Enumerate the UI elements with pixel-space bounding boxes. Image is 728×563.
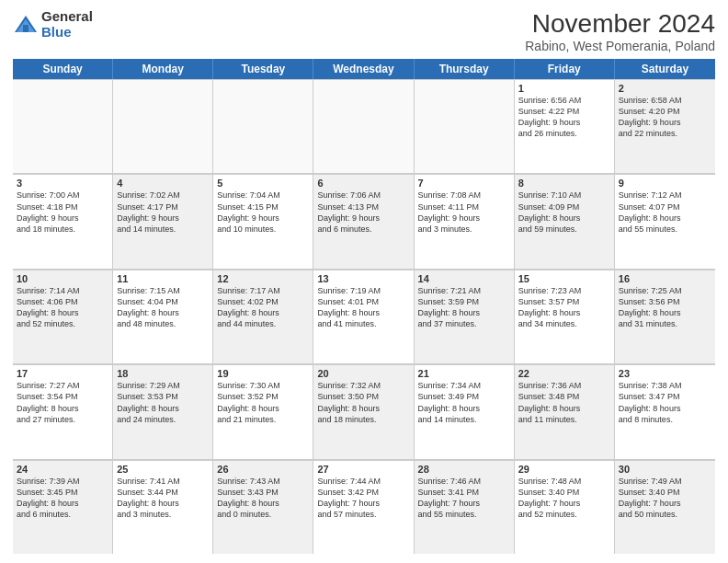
cal-cell-1-2: 5Sunrise: 7:04 AM Sunset: 4:15 PM Daylig… xyxy=(213,174,313,268)
location-title: Rabino, West Pomerania, Poland xyxy=(525,39,715,53)
day-number: 14 xyxy=(418,273,510,284)
header: General Blue November 2024 Rabino, West … xyxy=(13,9,715,53)
day-number: 30 xyxy=(619,464,711,475)
day-number: 24 xyxy=(17,464,108,475)
day-number: 1 xyxy=(518,83,610,94)
day-info: Sunrise: 7:39 AM Sunset: 3:45 PM Dayligh… xyxy=(17,476,108,521)
day-number: 15 xyxy=(518,273,610,284)
title-block: November 2024 Rabino, West Pomerania, Po… xyxy=(525,9,715,53)
cal-cell-1-6: 9Sunrise: 7:12 AM Sunset: 4:07 PM Daylig… xyxy=(615,174,715,268)
day-info: Sunrise: 7:32 AM Sunset: 3:50 PM Dayligh… xyxy=(317,380,409,425)
cal-cell-4-1: 25Sunrise: 7:41 AM Sunset: 3:44 PM Dayli… xyxy=(113,460,213,554)
cal-cell-1-0: 3Sunrise: 7:00 AM Sunset: 4:18 PM Daylig… xyxy=(13,174,113,268)
cal-header-tuesday: Tuesday xyxy=(213,59,313,79)
cal-cell-0-1 xyxy=(113,79,213,173)
cal-cell-0-5: 1Sunrise: 6:56 AM Sunset: 4:22 PM Daylig… xyxy=(515,79,615,173)
day-number: 21 xyxy=(418,368,510,379)
cal-cell-1-1: 4Sunrise: 7:02 AM Sunset: 4:17 PM Daylig… xyxy=(113,174,213,268)
cal-cell-2-4: 14Sunrise: 7:21 AM Sunset: 3:59 PM Dayli… xyxy=(415,270,515,363)
day-number: 6 xyxy=(317,178,409,189)
page: General Blue November 2024 Rabino, West … xyxy=(0,0,728,563)
day-info: Sunrise: 7:17 AM Sunset: 4:02 PM Dayligh… xyxy=(217,285,309,330)
cal-cell-3-2: 19Sunrise: 7:30 AM Sunset: 3:52 PM Dayli… xyxy=(213,364,313,458)
day-info: Sunrise: 7:21 AM Sunset: 3:59 PM Dayligh… xyxy=(418,285,510,330)
cal-cell-2-6: 16Sunrise: 7:25 AM Sunset: 3:56 PM Dayli… xyxy=(615,270,715,363)
cal-cell-3-4: 21Sunrise: 7:34 AM Sunset: 3:49 PM Dayli… xyxy=(415,364,515,458)
svg-rect-2 xyxy=(23,25,28,32)
day-info: Sunrise: 7:12 AM Sunset: 4:07 PM Dayligh… xyxy=(619,190,711,235)
cal-cell-0-2 xyxy=(213,79,313,173)
logo-text: General Blue xyxy=(41,9,93,40)
day-info: Sunrise: 7:15 AM Sunset: 4:04 PM Dayligh… xyxy=(117,285,209,330)
cal-week-4: 24Sunrise: 7:39 AM Sunset: 3:45 PM Dayli… xyxy=(13,460,715,554)
cal-week-3: 17Sunrise: 7:27 AM Sunset: 3:54 PM Dayli… xyxy=(13,364,715,459)
cal-cell-3-1: 18Sunrise: 7:29 AM Sunset: 3:53 PM Dayli… xyxy=(113,364,213,458)
day-number: 11 xyxy=(117,273,209,284)
day-number: 23 xyxy=(619,368,711,379)
calendar-body: 1Sunrise: 6:56 AM Sunset: 4:22 PM Daylig… xyxy=(13,79,715,554)
day-number: 20 xyxy=(317,368,409,379)
cal-cell-2-3: 13Sunrise: 7:19 AM Sunset: 4:01 PM Dayli… xyxy=(313,270,414,363)
cal-header-wednesday: Wednesday xyxy=(313,59,414,79)
cal-header-sunday: Sunday xyxy=(13,59,113,79)
day-info: Sunrise: 7:46 AM Sunset: 3:41 PM Dayligh… xyxy=(418,476,510,521)
day-number: 26 xyxy=(217,464,309,475)
day-number: 27 xyxy=(317,464,409,475)
cal-header-saturday: Saturday xyxy=(615,59,715,79)
cal-cell-0-0 xyxy=(13,79,113,173)
day-number: 25 xyxy=(117,464,209,475)
cal-cell-3-3: 20Sunrise: 7:32 AM Sunset: 3:50 PM Dayli… xyxy=(313,364,414,458)
day-number: 19 xyxy=(217,368,309,379)
cal-cell-2-1: 11Sunrise: 7:15 AM Sunset: 4:04 PM Dayli… xyxy=(113,270,213,363)
day-number: 3 xyxy=(17,178,108,189)
day-info: Sunrise: 7:27 AM Sunset: 3:54 PM Dayligh… xyxy=(17,380,108,425)
day-number: 18 xyxy=(117,368,209,379)
day-number: 13 xyxy=(317,273,409,284)
day-number: 17 xyxy=(17,368,108,379)
cal-cell-0-3 xyxy=(313,79,414,173)
cal-cell-3-6: 23Sunrise: 7:38 AM Sunset: 3:47 PM Dayli… xyxy=(615,364,715,458)
cal-cell-4-2: 26Sunrise: 7:43 AM Sunset: 3:43 PM Dayli… xyxy=(213,460,313,554)
cal-cell-4-6: 30Sunrise: 7:49 AM Sunset: 3:40 PM Dayli… xyxy=(615,460,715,554)
day-info: Sunrise: 7:04 AM Sunset: 4:15 PM Dayligh… xyxy=(217,190,309,235)
day-info: Sunrise: 7:29 AM Sunset: 3:53 PM Dayligh… xyxy=(117,380,209,425)
day-info: Sunrise: 7:49 AM Sunset: 3:40 PM Dayligh… xyxy=(619,476,711,521)
cal-cell-4-0: 24Sunrise: 7:39 AM Sunset: 3:45 PM Dayli… xyxy=(13,460,113,554)
day-info: Sunrise: 7:38 AM Sunset: 3:47 PM Dayligh… xyxy=(619,380,711,425)
cal-cell-3-5: 22Sunrise: 7:36 AM Sunset: 3:48 PM Dayli… xyxy=(515,364,615,458)
month-title: November 2024 xyxy=(525,9,715,39)
cal-cell-2-2: 12Sunrise: 7:17 AM Sunset: 4:02 PM Dayli… xyxy=(213,270,313,363)
logo-icon xyxy=(13,12,39,38)
day-number: 16 xyxy=(619,273,711,284)
day-info: Sunrise: 7:43 AM Sunset: 3:43 PM Dayligh… xyxy=(217,476,309,521)
day-info: Sunrise: 7:23 AM Sunset: 3:57 PM Dayligh… xyxy=(518,285,610,330)
day-info: Sunrise: 7:30 AM Sunset: 3:52 PM Dayligh… xyxy=(217,380,309,425)
day-info: Sunrise: 6:56 AM Sunset: 4:22 PM Dayligh… xyxy=(518,95,610,140)
calendar: SundayMondayTuesdayWednesdayThursdayFrid… xyxy=(13,59,715,554)
cal-week-1: 3Sunrise: 7:00 AM Sunset: 4:18 PM Daylig… xyxy=(13,174,715,269)
cal-cell-0-4 xyxy=(415,79,515,173)
day-info: Sunrise: 7:08 AM Sunset: 4:11 PM Dayligh… xyxy=(418,190,510,235)
cal-week-2: 10Sunrise: 7:14 AM Sunset: 4:06 PM Dayli… xyxy=(13,270,715,364)
cal-cell-4-4: 28Sunrise: 7:46 AM Sunset: 3:41 PM Dayli… xyxy=(415,460,515,554)
day-info: Sunrise: 7:48 AM Sunset: 3:40 PM Dayligh… xyxy=(518,476,610,521)
day-info: Sunrise: 7:02 AM Sunset: 4:17 PM Dayligh… xyxy=(117,190,209,235)
day-number: 9 xyxy=(619,178,711,189)
cal-cell-4-3: 27Sunrise: 7:44 AM Sunset: 3:42 PM Dayli… xyxy=(313,460,414,554)
day-number: 8 xyxy=(518,178,610,189)
calendar-header: SundayMondayTuesdayWednesdayThursdayFrid… xyxy=(13,59,715,79)
cal-cell-1-4: 7Sunrise: 7:08 AM Sunset: 4:11 PM Daylig… xyxy=(415,174,515,268)
cal-cell-1-3: 6Sunrise: 7:06 AM Sunset: 4:13 PM Daylig… xyxy=(313,174,414,268)
logo: General Blue xyxy=(13,9,93,40)
day-number: 4 xyxy=(117,178,209,189)
day-info: Sunrise: 7:00 AM Sunset: 4:18 PM Dayligh… xyxy=(17,190,108,235)
logo-general-text: General xyxy=(41,9,93,25)
day-number: 29 xyxy=(518,464,610,475)
day-info: Sunrise: 7:19 AM Sunset: 4:01 PM Dayligh… xyxy=(317,285,409,330)
day-number: 12 xyxy=(217,273,309,284)
cal-header-monday: Monday xyxy=(113,59,213,79)
cal-cell-0-6: 2Sunrise: 6:58 AM Sunset: 4:20 PM Daylig… xyxy=(615,79,715,173)
cal-header-friday: Friday xyxy=(515,59,615,79)
logo-blue-text: Blue xyxy=(41,25,93,40)
day-info: Sunrise: 7:10 AM Sunset: 4:09 PM Dayligh… xyxy=(518,190,610,235)
